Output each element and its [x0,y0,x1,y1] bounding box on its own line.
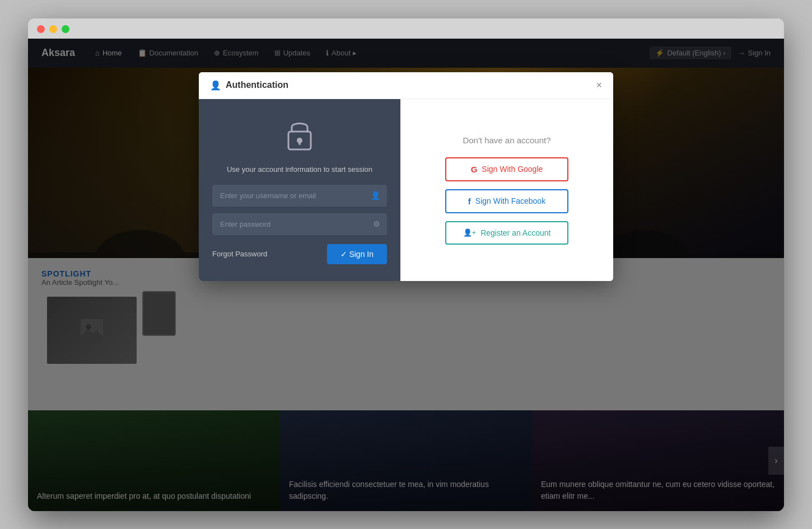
modal-tagline: Use your account information to start se… [227,165,372,174]
username-field-group: 👤 [212,185,387,207]
modal-title: 👤 Authentication [210,80,288,91]
user-input-icon: 👤 [371,191,380,200]
facebook-button-label: Sign With Facebook [475,196,545,205]
modal-right-panel: Don't have an account? G Sign With Googl… [400,99,613,281]
username-input[interactable] [212,185,387,207]
traffic-lights [37,25,775,33]
modal-title-text: Authentication [226,80,288,90]
register-icon: 👤+ [463,228,477,237]
auth-modal: 👤 Authentication × [199,72,613,281]
maximize-button[interactable] [62,25,69,33]
google-button-label: Sign With Google [482,165,543,174]
modal-close-button[interactable]: × [596,80,602,90]
signin-button[interactable]: ✓ Sign In [327,244,387,264]
password-input[interactable] [212,213,387,235]
sign-with-google-button[interactable]: G Sign With Google [445,157,568,181]
forgot-password-link[interactable]: Forgot Password [212,250,267,258]
modal-overlay: 👤 Authentication × [28,39,784,511]
website: Aksara ⌂ Home 📋 Documentation ⊕ Ecosyste… [28,39,784,511]
google-icon: G [471,165,478,174]
modal-header: 👤 Authentication × [199,72,613,99]
modal-body: Use your account information to start se… [199,99,613,281]
auth-icon: 👤 [210,80,221,91]
modal-left-panel: Use your account information to start se… [199,99,400,281]
svg-rect-18 [298,141,301,145]
sign-with-facebook-button[interactable]: f Sign With Facebook [445,189,568,213]
password-field-group: ⚙ [212,213,387,235]
browser-chrome [28,18,784,39]
register-button-label: Register an Account [480,228,550,237]
password-input-icon: ⚙ [373,219,380,228]
register-account-button[interactable]: 👤+ Register an Account [445,221,568,245]
facebook-icon: f [468,196,471,206]
no-account-text: Don't have an account? [463,135,550,145]
browser-window: Aksara ⌂ Home 📋 Documentation ⊕ Ecosyste… [28,18,784,511]
minimize-button[interactable] [49,25,57,33]
close-button[interactable] [37,25,45,33]
lock-icon [284,116,315,158]
browser-content: Aksara ⌂ Home 📋 Documentation ⊕ Ecosyste… [28,39,784,511]
lock-svg [284,116,315,152]
modal-footer: Forgot Password ✓ Sign In [212,244,387,264]
